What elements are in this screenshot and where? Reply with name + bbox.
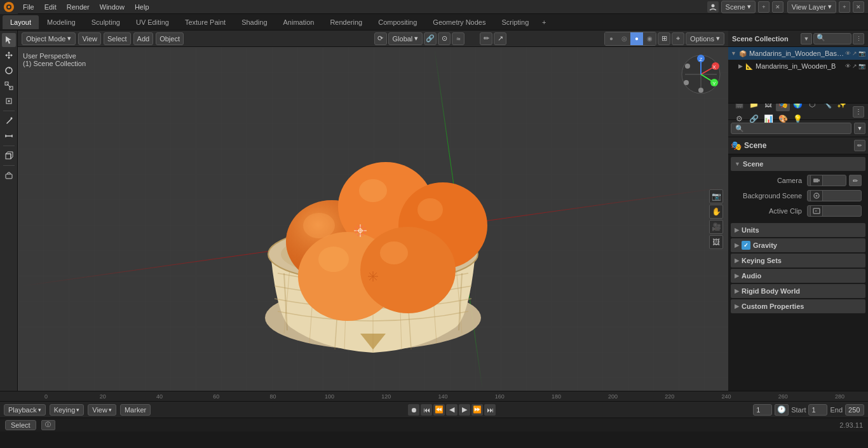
jump-start-btn[interactable]: ⏮: [421, 404, 432, 416]
outliner-hide-btn-0[interactable]: ↗: [852, 50, 857, 57]
annotate-tool[interactable]: [2, 114, 16, 128]
menu-render[interactable]: Render: [62, 0, 95, 14]
proportional-edit-2[interactable]: ≈: [452, 32, 465, 45]
frame-clock-btn[interactable]: 🕐: [775, 404, 789, 416]
outliner-hide-btn-1[interactable]: ↗: [852, 63, 857, 69]
grease-pencil-btn[interactable]: ✏: [480, 32, 492, 45]
props-options-btn[interactable]: ⋮: [853, 106, 864, 118]
rigid-body-section-header[interactable]: ▶ Rigid Body World: [731, 284, 865, 298]
outliner-view-btn-0[interactable]: 👁: [845, 50, 851, 57]
outliner-item-0[interactable]: ▼ 📦 Mandarins_in_Wooden_Baske 👁 ↗ 📷: [728, 47, 868, 60]
object-mode-dropdown[interactable]: Object Mode ▾: [22, 32, 76, 45]
keying-sets-section-header[interactable]: ▶ Keying Sets: [731, 254, 865, 268]
scene-delete-btn[interactable]: ✕: [772, 1, 783, 13]
audio-section-header[interactable]: ▶ Audio: [731, 269, 865, 283]
outliner-options-btn[interactable]: ⋮: [853, 33, 864, 44]
add-cube-tool[interactable]: [2, 149, 16, 163]
scene-section-header[interactable]: ▼ Scene: [731, 157, 865, 171]
active-clip-value[interactable]: [807, 205, 862, 217]
tab-rendering[interactable]: Rendering: [322, 15, 370, 29]
cursor-tool[interactable]: [2, 33, 16, 47]
playback-dropdown[interactable]: Playback ▾: [4, 404, 46, 416]
props-tab-render[interactable]: 🎬: [732, 104, 746, 111]
3d-viewport[interactable]: Object Mode ▾ View Select Add Object ⟳ G…: [18, 31, 728, 391]
transform-orientation-btn[interactable]: ⟳: [374, 32, 387, 45]
user-icon[interactable]: [707, 1, 719, 13]
scene-dropdown[interactable]: Scene ▾: [721, 1, 756, 13]
status-info-btn[interactable]: ⓘ: [41, 420, 55, 430]
view-dropdown[interactable]: View ▾: [88, 404, 116, 416]
object-menu[interactable]: Object: [156, 32, 184, 45]
units-section-header[interactable]: ▶ Units: [731, 223, 865, 237]
menu-window[interactable]: Window: [95, 0, 130, 14]
step-forward-btn[interactable]: ⏩: [471, 404, 483, 416]
tab-sculpting[interactable]: Sculpting: [84, 15, 128, 29]
props-tab-scene[interactable]: 🎭: [776, 104, 790, 111]
scale-tool[interactable]: [2, 79, 16, 93]
props-tab-world[interactable]: 🌍: [790, 104, 804, 111]
menu-file[interactable]: File: [18, 0, 39, 14]
outliner-search[interactable]: 🔍: [813, 33, 851, 44]
viewport-material-btn[interactable]: ◎: [618, 32, 630, 45]
props-tab-output[interactable]: 📁: [747, 104, 761, 111]
camera-edit-btn[interactable]: ✏: [849, 175, 862, 186]
render-btn[interactable]: 🖼: [709, 235, 723, 249]
keying-dropdown[interactable]: Keying ▾: [50, 404, 85, 416]
viewport-gizmo-btn[interactable]: ⌖: [672, 32, 684, 45]
props-filter-btn[interactable]: ▼: [854, 123, 865, 134]
record-btn[interactable]: ⏺: [408, 404, 419, 416]
tab-scripting[interactable]: Scripting: [494, 15, 536, 29]
tab-uv-editing[interactable]: UV Editing: [128, 15, 177, 29]
props-tab-modifier[interactable]: 🔧: [820, 104, 834, 111]
end-frame[interactable]: 250: [845, 404, 864, 416]
view-menu[interactable]: View: [78, 32, 101, 45]
viewport-eevee-btn[interactable]: ◉: [643, 32, 656, 45]
custom-props-section-header[interactable]: ▶ Custom Properties: [731, 299, 865, 313]
camera-btn[interactable]: 📷: [709, 189, 723, 203]
viewport-options-btn[interactable]: Options ▾: [686, 32, 724, 45]
outliner-view-btn-1[interactable]: 👁: [845, 63, 851, 69]
extra-tool[interactable]: [2, 168, 16, 182]
background-scene-value[interactable]: [807, 190, 862, 201]
viewport-overlay-btn[interactable]: ⊞: [658, 32, 670, 45]
gravity-checkbox[interactable]: ✓: [742, 241, 750, 250]
camera-value[interactable]: [807, 175, 846, 186]
play-reverse-btn[interactable]: ◀: [446, 404, 458, 416]
move-tool[interactable]: [2, 48, 16, 62]
outliner-filter-btn[interactable]: ▼: [801, 33, 812, 44]
snap-btn[interactable]: 🔗: [424, 32, 437, 45]
menu-help[interactable]: Help: [130, 0, 154, 14]
view-layer-add[interactable]: +: [839, 1, 850, 13]
rotate-tool[interactable]: [2, 64, 16, 78]
tab-texture-paint[interactable]: Texture Paint: [177, 15, 233, 29]
viewport-rendered-btn[interactable]: ●: [630, 32, 643, 45]
add-workspace-btn[interactable]: +: [537, 15, 551, 29]
gravity-section-header[interactable]: ▶ ✓ Gravity: [731, 238, 865, 252]
menu-edit[interactable]: Edit: [39, 0, 62, 14]
tab-compositing[interactable]: Compositing: [370, 15, 424, 29]
props-tab-object[interactable]: ⬡: [805, 104, 819, 111]
add-menu[interactable]: Add: [133, 32, 154, 45]
camera2-btn[interactable]: 🎥: [709, 220, 723, 234]
tab-animation[interactable]: Animation: [276, 15, 322, 29]
scene-options-btn[interactable]: +: [758, 1, 770, 13]
tab-modeling[interactable]: Modeling: [39, 15, 83, 29]
tab-shading[interactable]: Shading: [234, 15, 275, 29]
measure-tool[interactable]: [2, 129, 16, 143]
pan-btn[interactable]: ✋: [709, 205, 723, 219]
select-menu[interactable]: Select: [104, 32, 131, 45]
view-layer-dropdown[interactable]: View Layer ▾: [787, 1, 836, 13]
tab-geometry-nodes[interactable]: Geometry Nodes: [425, 15, 493, 29]
view-layer-del[interactable]: ✕: [853, 1, 864, 13]
play-btn[interactable]: ▶: [459, 404, 470, 416]
step-back-btn[interactable]: ⏪: [433, 404, 445, 416]
viewport-canvas[interactable]: User Perspective (1) Scene Collection: [18, 47, 728, 391]
start-frame[interactable]: 1: [808, 404, 827, 416]
outliner-render-btn-0[interactable]: 📷: [858, 50, 865, 57]
props-tab-view[interactable]: 🖼: [761, 104, 775, 111]
current-frame-display[interactable]: 1: [753, 404, 772, 416]
status-select-btn[interactable]: Select: [5, 420, 36, 430]
props-tab-particles[interactable]: ✨: [834, 104, 848, 111]
marker-dropdown[interactable]: Marker: [120, 404, 151, 416]
jump-end-btn[interactable]: ⏭: [484, 404, 496, 416]
